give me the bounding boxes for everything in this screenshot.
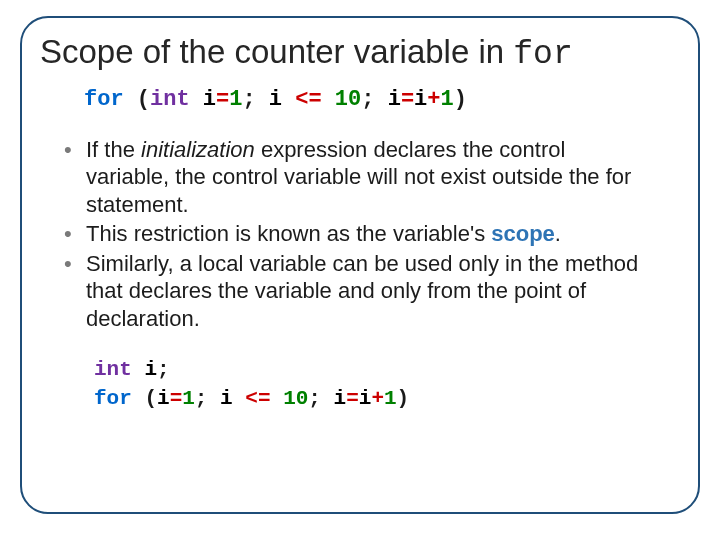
space	[322, 87, 335, 112]
op-plus: +	[371, 387, 384, 410]
kw-int: int	[150, 87, 190, 112]
ident-i: i	[220, 387, 245, 410]
space	[271, 387, 284, 410]
ident-i: i	[203, 87, 216, 112]
text: If the	[86, 137, 141, 162]
code-example-1: for (int i=1; i <= 10; i=i+1)	[84, 87, 694, 113]
kw-for: for	[84, 87, 124, 112]
ident-i: i	[359, 387, 372, 410]
ident-i: i	[388, 87, 401, 112]
op-eq: =	[170, 387, 183, 410]
ident-i: i	[414, 87, 427, 112]
code-example-2: int i; for (i=1; i <= 10; i=i+1)	[94, 356, 694, 413]
space	[190, 87, 203, 112]
kw-for: for	[94, 387, 132, 410]
bullet-list: If the initialization expression declare…	[64, 136, 654, 333]
paren-open: (	[124, 87, 150, 112]
bullet-item: This restriction is known as the variabl…	[64, 220, 654, 248]
paren-close: )	[397, 387, 410, 410]
ident-i: i	[157, 387, 170, 410]
paren-open: (	[132, 387, 157, 410]
ident-i: i	[269, 87, 295, 112]
op-eq: =	[216, 87, 229, 112]
semi: ;	[308, 387, 333, 410]
semi: ;	[195, 387, 220, 410]
num-10: 10	[335, 87, 361, 112]
paren-close: )	[454, 87, 467, 112]
code-line: int i;	[94, 356, 694, 384]
ident-i: i	[144, 358, 157, 381]
text: Similarly, a local variable can be used …	[86, 251, 638, 331]
bullet-item: Similarly, a local variable can be used …	[64, 250, 654, 333]
semi: ;	[361, 87, 387, 112]
code-line: for (i=1; i <= 10; i=i+1)	[94, 385, 694, 413]
semi: ;	[242, 87, 268, 112]
semi: ;	[157, 358, 170, 381]
num-10: 10	[283, 387, 308, 410]
slide-title: Scope of the counter variable in for	[40, 34, 684, 73]
op-eq: =	[346, 387, 359, 410]
op-eq: =	[401, 87, 414, 112]
scope-term: scope	[491, 221, 555, 246]
text: .	[555, 221, 561, 246]
slide: Scope of the counter variable in for for…	[0, 0, 720, 540]
space	[132, 358, 145, 381]
op-le: <=	[245, 387, 270, 410]
title-mono: for	[513, 36, 572, 73]
num-1: 1	[229, 87, 242, 112]
num-1: 1	[384, 387, 397, 410]
text: This restriction is known as the variabl…	[86, 221, 491, 246]
bullet-item: If the initialization expression declare…	[64, 136, 654, 219]
ident-i: i	[334, 387, 347, 410]
kw-int: int	[94, 358, 132, 381]
italic-text: initialization	[141, 137, 255, 162]
op-le: <=	[295, 87, 321, 112]
title-prefix: Scope of the counter variable in	[40, 33, 513, 70]
num-1: 1	[440, 87, 453, 112]
op-plus: +	[427, 87, 440, 112]
num-1: 1	[182, 387, 195, 410]
